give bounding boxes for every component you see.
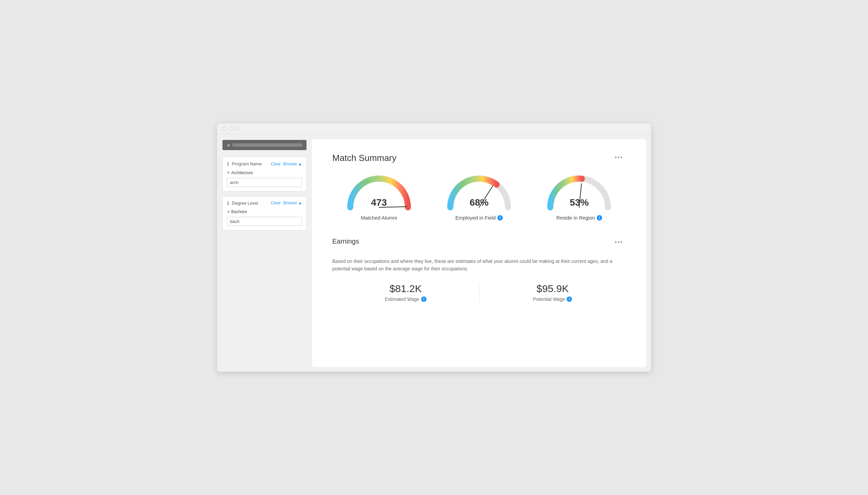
- sidebar-back-button[interactable]: ◀: [222, 140, 306, 150]
- potential-wage-label: Potential Wage i: [493, 296, 613, 302]
- estimated-wage-amount: $81.2K: [346, 283, 466, 294]
- match-summary-title: Match Summary: [332, 153, 396, 163]
- gauges-row: 473 Matched Alumni: [332, 173, 626, 221]
- matched-alumni-label-text: Matched Alumni: [361, 215, 397, 221]
- filter-count-degree: 1 Degree Level: [227, 201, 258, 206]
- gauge-reside-value: 53%: [570, 197, 589, 208]
- match-summary-header: Match Summary •••: [332, 153, 626, 163]
- filter-input-program[interactable]: [227, 178, 302, 187]
- potential-wage-info-icon[interactable]: i: [567, 296, 572, 302]
- gauge-employed-value: 68%: [470, 197, 488, 208]
- filter-actions-program: Clear Browse ▲: [271, 161, 302, 166]
- potential-wage-amount: $95.9K: [493, 283, 613, 294]
- earnings-description: Based on their occupations and where the…: [332, 257, 620, 273]
- earnings-more-button[interactable]: •••: [612, 238, 626, 248]
- filter-count-degree-label: 1: [227, 201, 229, 206]
- gauge-reside-chart: 53%: [545, 173, 613, 211]
- estimated-wage-label-text: Estimated Wage: [385, 296, 419, 302]
- gauge-employed-chart: 68%: [445, 173, 513, 211]
- filter-actions-degree: Clear Browse ▲: [271, 201, 302, 205]
- employed-info-icon[interactable]: i: [497, 215, 503, 221]
- sidebar: ◀ 1 Program Name Clear Browse ▲ ✕: [217, 135, 312, 372]
- main-content: Match Summary •••: [312, 139, 646, 367]
- filter-tag-bachelor: ✕ Bachelor: [227, 209, 247, 214]
- filter-header-program: 1 Program Name Clear Browse ▲: [227, 161, 302, 166]
- earnings-section: Earnings ••• Based on their occupations …: [332, 238, 626, 302]
- filter-browse-program[interactable]: Browse ▲: [283, 161, 302, 166]
- filter-section-program: 1 Program Name Clear Browse ▲ ✕ Architec…: [222, 157, 306, 191]
- browser-dot-2: [229, 127, 233, 131]
- filter-browse-degree[interactable]: Browse ▲: [283, 201, 302, 205]
- gauge-employed-in-field: 68% Employed in Field i: [432, 173, 525, 221]
- filter-clear-degree[interactable]: Clear: [271, 201, 281, 205]
- gauge-reside-label: Reside in Region i: [556, 215, 602, 221]
- filter-count-program: 1 Program Name: [227, 161, 262, 166]
- filter-section-degree: 1 Degree Level Clear Browse ▲ ✕ Bachelor: [222, 196, 306, 231]
- filter-name-label: Program Name: [232, 161, 262, 166]
- browser-dot-1: [222, 127, 227, 131]
- earnings-header: Earnings •••: [332, 238, 626, 248]
- gauge-matched-alumni-label: Matched Alumni: [361, 215, 397, 221]
- match-summary-more-button[interactable]: •••: [612, 153, 626, 163]
- filter-clear-program[interactable]: Clear: [271, 161, 281, 166]
- reside-label-text: Reside in Region: [556, 215, 595, 221]
- browser-body: ◀ 1 Program Name Clear Browse ▲ ✕: [217, 135, 651, 372]
- browser-window: ◀ 1 Program Name Clear Browse ▲ ✕: [217, 123, 651, 372]
- filter-header-degree: 1 Degree Level Clear Browse ▲: [227, 201, 302, 206]
- remove-tag-architecture-icon[interactable]: ✕: [227, 170, 230, 175]
- reside-info-icon[interactable]: i: [597, 215, 602, 221]
- gauge-matched-alumni-chart: 473: [345, 173, 413, 211]
- tag-label-architecture: Architecture: [231, 170, 253, 175]
- earnings-cards: $81.2K Estimated Wage i $95.9K Potential…: [332, 283, 626, 302]
- gauge-employed-label: Employed in Field i: [455, 215, 503, 221]
- potential-wage-label-text: Potential Wage: [533, 296, 565, 302]
- remove-tag-bachelor-icon[interactable]: ✕: [227, 210, 230, 214]
- filter-degree-name: Degree Level: [232, 201, 258, 206]
- browser-chrome: [217, 123, 651, 135]
- sidebar-back-label: [232, 143, 302, 147]
- employed-label-text: Employed in Field: [455, 215, 496, 221]
- filter-input-degree[interactable]: [227, 217, 302, 226]
- filter-count-label: 1: [227, 161, 229, 166]
- earnings-card-estimated: $81.2K Estimated Wage i: [332, 283, 480, 302]
- earnings-title: Earnings: [332, 238, 359, 245]
- filter-tag-architecture: ✕ Architecture: [227, 170, 253, 175]
- browser-dot-3: [236, 127, 240, 131]
- earnings-card-potential: $95.9K Potential Wage i: [480, 283, 626, 302]
- gauge-matched-alumni: 473 Matched Alumni: [332, 173, 425, 221]
- estimated-wage-label: Estimated Wage i: [346, 296, 466, 302]
- tag-label-bachelor: Bachelor: [231, 209, 247, 214]
- gauge-reside-in-region: 53% Reside in Region i: [533, 173, 626, 221]
- gauge-matched-alumni-value: 473: [371, 197, 387, 208]
- estimated-wage-info-icon[interactable]: i: [421, 296, 427, 302]
- back-arrow-icon: ◀: [227, 143, 230, 148]
